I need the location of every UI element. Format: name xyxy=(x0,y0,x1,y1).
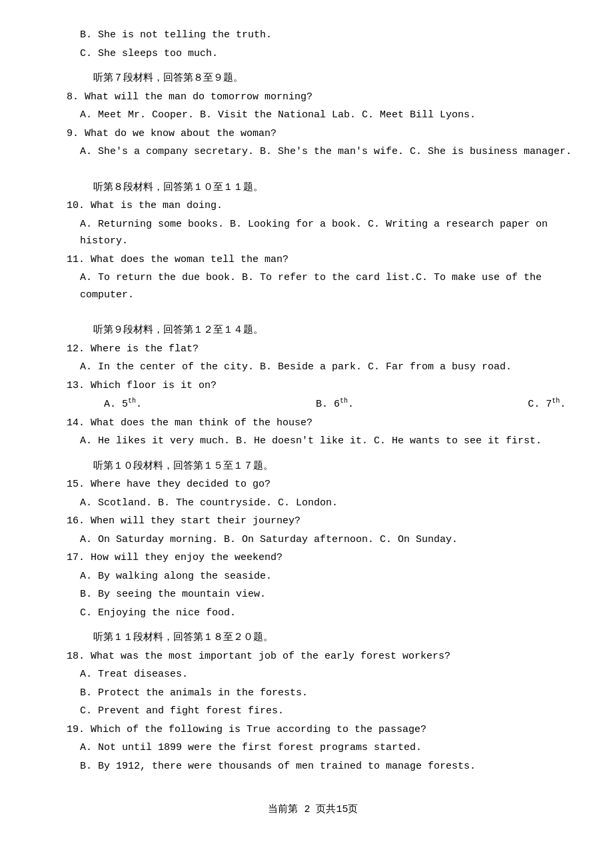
q18-c: C. Prevent and fight forest fires. xyxy=(53,703,573,720)
section-9: 听第９段材料，回答第１２至１４题。 xyxy=(53,322,573,339)
q12: 12. Where is the flat? xyxy=(53,341,573,358)
q13: 13. Which floor is it on? xyxy=(53,377,573,395)
q14-answers: A. He likes it very much. B. He doesn't … xyxy=(53,433,573,450)
q9-answers: A. She's a company secretary. B. She's t… xyxy=(53,143,573,161)
q10: 10. What is the man doing. xyxy=(53,197,573,215)
q8-answers: A. Meet Mr. Cooper. B. Visit the Nationa… xyxy=(53,107,573,124)
q15-answers: A. Scotland. B. The countryside. C. Lond… xyxy=(53,495,573,512)
q19-b: B. By 1912, there were thousands of men … xyxy=(53,758,573,775)
q19-a: A. Not until 1899 were the first forest … xyxy=(53,739,573,757)
q14: 14. What does the man think of the house… xyxy=(53,415,573,432)
q18-b: B. Protect the animals in the forests. xyxy=(53,685,573,702)
line-c-sleep: C. She sleeps too much. xyxy=(53,45,573,63)
section-8: 听第８段材料，回答第１０至１１题。 xyxy=(53,179,573,197)
main-content: B. She is not telling the truth. C. She … xyxy=(53,27,573,775)
section-10: 听第１０段材料，回答第１５至１７题。 xyxy=(53,458,573,475)
q11-answers: A. To return the due book. B. To refer t… xyxy=(53,269,573,303)
q9: 9. What do we know about the woman? xyxy=(53,125,573,143)
spacer-2 xyxy=(53,305,573,314)
q8: 8. What will the man do tomorrow morning… xyxy=(53,89,573,106)
q17: 17. How will they enjoy the weekend? xyxy=(53,549,573,567)
q19: 19. Which of the following is True accor… xyxy=(53,721,573,739)
q11: 11. What does the woman tell the man? xyxy=(53,251,573,269)
q18-a: A. Treat diseases. xyxy=(53,666,573,683)
q18: 18. What was the most important job of t… xyxy=(53,648,573,665)
q17-c: C. Enjoying the nice food. xyxy=(53,605,573,622)
section-7: 听第７段材料，回答第８至９题。 xyxy=(53,70,573,87)
spacer-1 xyxy=(53,162,573,171)
q13-answers: A. 5th. B. 6th. C. 7th. xyxy=(53,395,573,413)
q16-answers: A. On Saturday morning. B. On Saturday a… xyxy=(53,531,573,549)
q17-b: B. By seeing the mountain view. xyxy=(53,586,573,603)
q15: 15. Where have they decided to go? xyxy=(53,476,573,493)
q17-a: A. By walking along the seaside. xyxy=(53,568,573,585)
q12-answers: A. In the center of the city. B. Beside … xyxy=(53,359,573,376)
section-11: 听第１１段材料，回答第１８至２０题。 xyxy=(53,629,573,647)
line-b-truth: B. She is not telling the truth. xyxy=(53,27,573,44)
q10-answers: A. Returning some books. B. Looking for … xyxy=(53,216,573,250)
page-footer: 当前第 2 页共15页 xyxy=(53,801,573,819)
q16: 16. When will they start their journey? xyxy=(53,513,573,530)
